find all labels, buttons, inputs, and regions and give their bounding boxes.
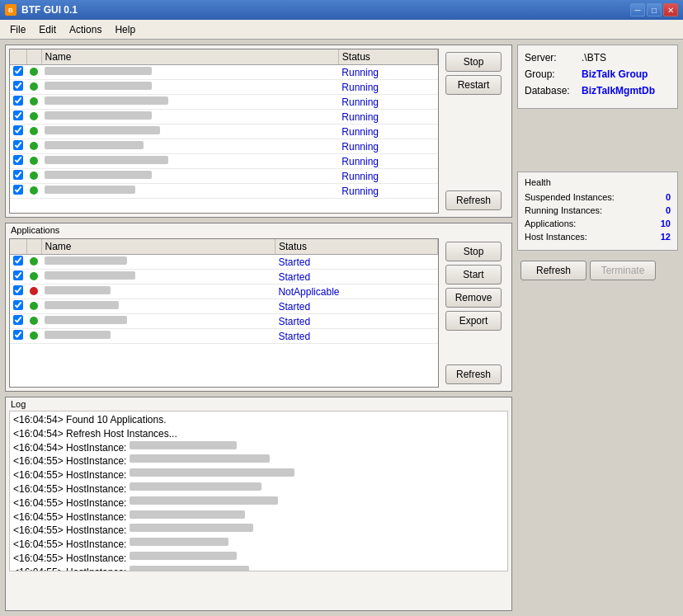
row-checkbox[interactable] bbox=[13, 315, 23, 325]
health-row: Host Instances:12 bbox=[525, 232, 671, 242]
row-status: Started bbox=[275, 270, 437, 284]
col-name-hi: Name bbox=[41, 49, 338, 65]
row-checkbox[interactable] bbox=[13, 256, 23, 266]
refresh-button-hi[interactable]: Refresh bbox=[445, 190, 502, 210]
log-line: <16:04:55> HostInstance: xxxxxxxxxxxxxxx… bbox=[13, 538, 504, 552]
health-row: Running Instances:0 bbox=[525, 205, 671, 215]
maximize-button[interactable]: □ bbox=[647, 3, 662, 16]
restart-button-hi[interactable]: Restart bbox=[445, 75, 502, 95]
main-content: Name Status xxxxxxxxxxxxxxxxxxxxxRunning… bbox=[0, 40, 683, 616]
log-line: <16:04:55> HostInstance: xxxxxxxxxxxxxxx… bbox=[13, 496, 504, 510]
row-checkbox[interactable] bbox=[13, 66, 23, 76]
export-button-app[interactable]: Export bbox=[445, 311, 502, 331]
health-row-value: 0 bbox=[646, 205, 671, 215]
status-dot bbox=[30, 302, 38, 310]
menu-actions[interactable]: Actions bbox=[63, 22, 108, 37]
row-status: Running bbox=[338, 154, 437, 169]
close-button[interactable]: ✕ bbox=[663, 3, 678, 16]
group-value: BizTalk Group bbox=[582, 68, 648, 80]
app-title: BTF GUI 0.1 bbox=[21, 4, 78, 16]
menu-bar: File Edit Actions Help bbox=[0, 20, 683, 40]
terminate-button[interactable]: Terminate bbox=[590, 261, 656, 280]
status-dot bbox=[30, 317, 38, 325]
host-instances-table-container: Name Status xxxxxxxxxxxxxxxxxxxxxRunning… bbox=[9, 49, 439, 214]
col-name-app: Name bbox=[41, 239, 275, 255]
remove-button-app[interactable]: Remove bbox=[445, 288, 502, 308]
row-name: xxxxxxxxxxxxxxxxxx bbox=[41, 184, 338, 199]
row-status: Started bbox=[275, 314, 437, 329]
applications-table: Name Status xxxxxxxxxxxxxxxxStartedxxxxx… bbox=[10, 239, 438, 344]
log-header: Log bbox=[6, 397, 511, 411]
log-section: Log <16:04:54> Found 10 Applications.<16… bbox=[5, 397, 512, 611]
row-checkbox[interactable] bbox=[13, 125, 23, 135]
stop-button-app[interactable]: Stop bbox=[445, 242, 502, 261]
right-panel: Server: .\BTS Group: BizTalk Group Datab… bbox=[517, 45, 678, 611]
row-status: NotApplicable bbox=[275, 284, 437, 299]
row-name: xxxxxxxxxxxxx bbox=[41, 284, 275, 299]
row-checkbox[interactable] bbox=[13, 140, 23, 150]
refresh-button-right[interactable]: Refresh bbox=[520, 261, 586, 280]
status-dot bbox=[30, 257, 38, 266]
minimize-button[interactable]: ─ bbox=[630, 3, 645, 16]
host-instance-row: xxxxxxxxxxxxxxxxxxxxxxxRunning bbox=[10, 125, 438, 139]
row-checkbox[interactable] bbox=[13, 185, 23, 195]
log-line: <16:04:55> HostInstance: xxxxxxxxxxxxxxx… bbox=[13, 468, 504, 482]
app-icon: B bbox=[5, 4, 16, 16]
application-row: xxxxxxxxxxxxxxxxStarted bbox=[10, 314, 438, 329]
left-panel: Name Status xxxxxxxxxxxxxxxxxxxxxRunning… bbox=[5, 45, 512, 611]
row-status: Running bbox=[338, 95, 437, 110]
host-instances-buttons: Stop Restart Refresh bbox=[442, 49, 508, 214]
refresh-button-app[interactable]: Refresh bbox=[445, 364, 502, 384]
row-status: Started bbox=[275, 329, 437, 344]
row-checkbox[interactable] bbox=[13, 111, 23, 120]
status-dot bbox=[30, 157, 38, 165]
row-status: Running bbox=[338, 65, 437, 80]
menu-file[interactable]: File bbox=[3, 22, 32, 37]
status-dot bbox=[30, 68, 38, 76]
health-row-label: Host Instances: bbox=[525, 232, 587, 242]
host-instance-row: xxxxxxxxxxxxxxxxxxxxxxxxxRunning bbox=[10, 154, 438, 169]
row-checkbox[interactable] bbox=[13, 96, 23, 106]
stop-button-hi[interactable]: Stop bbox=[445, 52, 502, 72]
status-dot bbox=[30, 112, 38, 120]
health-row-value: 12 bbox=[646, 232, 671, 242]
row-status: Running bbox=[338, 169, 437, 184]
health-title: Health bbox=[525, 177, 671, 187]
database-label: Database: bbox=[525, 85, 578, 96]
row-name: xxxxxxxxxxxxxxxxxxxxxxxxx bbox=[41, 95, 338, 110]
log-line: <16:04:55> HostInstance: xxxxxxxxxxxxxxx… bbox=[13, 482, 504, 496]
health-row-label: Applications: bbox=[525, 219, 576, 228]
log-line: <16:04:54> HostInstance: xxxxxxxxxxxxxxx… bbox=[13, 441, 504, 455]
health-row-label: Suspended Instances: bbox=[525, 192, 615, 202]
start-button-app[interactable]: Start bbox=[445, 265, 502, 284]
status-dot bbox=[30, 82, 38, 91]
log-line: <16:04:55> HostInstance: xxxxxxxxxxxxxxx… bbox=[13, 566, 504, 571]
menu-help[interactable]: Help bbox=[108, 22, 142, 37]
server-info-panel: Server: .\BTS Group: BizTalk Group Datab… bbox=[517, 45, 678, 109]
health-row: Applications:10 bbox=[525, 219, 671, 228]
row-checkbox[interactable] bbox=[13, 170, 23, 180]
log-content[interactable]: <16:04:54> Found 10 Applications.<16:04:… bbox=[9, 411, 508, 571]
row-status: Started bbox=[275, 255, 437, 270]
host-instances-table-inner[interactable]: Name Status xxxxxxxxxxxxxxxxxxxxxRunning… bbox=[10, 49, 438, 213]
server-row: Server: .\BTS bbox=[525, 52, 671, 63]
row-name: xxxxxxxxxxxxxxxxxxxxxxxxx bbox=[41, 154, 338, 169]
row-checkbox[interactable] bbox=[13, 270, 23, 280]
right-panel-bottom-buttons: Refresh Terminate bbox=[517, 257, 678, 284]
health-row: Suspended Instances:0 bbox=[525, 192, 671, 202]
row-checkbox[interactable] bbox=[13, 330, 23, 340]
health-row-value: 0 bbox=[646, 192, 671, 202]
row-checkbox[interactable] bbox=[13, 285, 23, 295]
row-checkbox[interactable] bbox=[13, 300, 23, 310]
log-line: <16:04:54> Found 10 Applications. bbox=[13, 413, 504, 427]
application-row: xxxxxxxxxxxxxNotApplicable bbox=[10, 284, 438, 299]
row-name: xxxxxxxxxxxxx bbox=[41, 329, 275, 344]
row-status: Running bbox=[338, 110, 437, 125]
application-row: xxxxxxxxxxxxxxxxxxStarted bbox=[10, 270, 438, 284]
row-checkbox[interactable] bbox=[13, 81, 23, 91]
menu-edit[interactable]: Edit bbox=[32, 22, 63, 37]
application-row: xxxxxxxxxxxxxxxStarted bbox=[10, 299, 438, 314]
row-checkbox[interactable] bbox=[13, 155, 23, 165]
row-status: Running bbox=[338, 125, 437, 139]
applications-table-inner[interactable]: Name Status xxxxxxxxxxxxxxxxStartedxxxxx… bbox=[10, 239, 438, 387]
